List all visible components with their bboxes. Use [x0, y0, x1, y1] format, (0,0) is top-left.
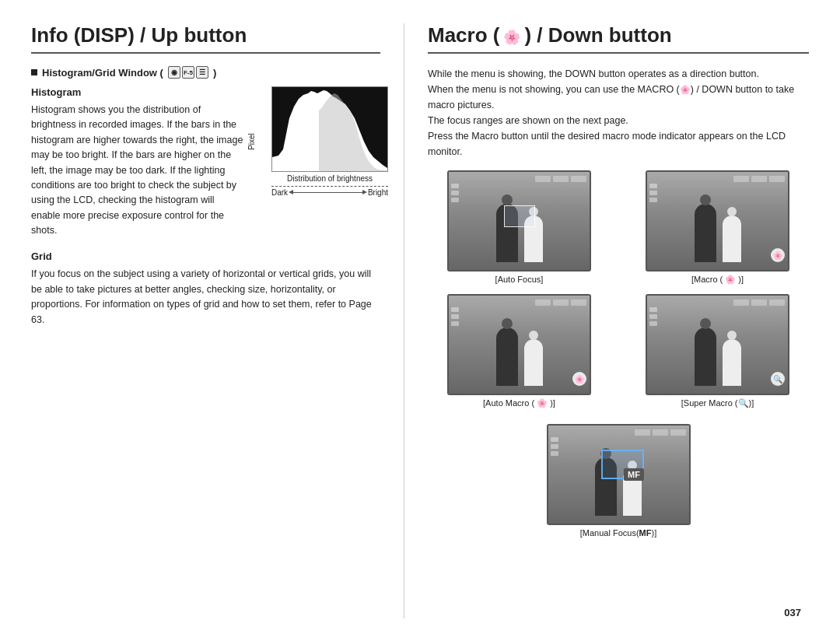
para1: While the menu is showing, the DOWN butt… — [428, 66, 809, 82]
couple-silhouette-3: 🌸 — [449, 296, 590, 394]
histogram-wrapper: Pixel Distribution — [271, 86, 380, 197]
macro-image-macro: 🌸 [Macro ( 🌸 )] — [626, 170, 809, 285]
figure-tall-2 — [695, 204, 716, 262]
macro-image-auto-macro: 🌸 [Auto Macro ( 🌸 )] — [428, 294, 611, 408]
super-macro-badge: 🔍 — [771, 372, 785, 386]
auto-macro-badge: 🌸 — [572, 372, 586, 386]
macro-images-grid: [Auto Focus] — [428, 170, 809, 408]
histogram-svg — [272, 87, 387, 171]
camera-screen-auto-macro: 🌸 — [447, 294, 591, 395]
left-column: Info (DISP) / Up button Histogram/Grid W… — [31, 23, 404, 618]
cam-left-icon-2 — [451, 191, 459, 195]
cam-left-icons-1 — [451, 184, 459, 202]
figure-short-3 — [524, 339, 543, 386]
cam-left-icon-13 — [551, 437, 558, 442]
cam-left-icon-12 — [649, 321, 657, 326]
para4: Press the Macro button until the desired… — [428, 128, 809, 159]
dashed-line — [271, 186, 388, 187]
para3: The focus ranges are shown on the next p… — [428, 113, 809, 128]
indicator-15 — [670, 429, 686, 436]
bullet-icon — [31, 69, 37, 75]
indicator-10 — [733, 299, 749, 306]
distribution-label: Distribution of brightness — [271, 174, 388, 183]
cam-left-icon-11 — [649, 314, 657, 319]
right-body: While the menu is showing, the DOWN butt… — [428, 66, 809, 159]
caption-auto-macro: [Auto Macro ( 🌸 )] — [483, 398, 555, 408]
indicator-12 — [769, 299, 785, 306]
cam-left-icons-4 — [649, 307, 657, 326]
figure-tall-3 — [496, 328, 518, 386]
camera-screen-macro: 🌸 — [646, 170, 789, 271]
indicator-2 — [553, 176, 569, 182]
figure-short-2 — [723, 215, 741, 262]
cam-left-icons-3 — [451, 307, 459, 326]
indicator-7 — [535, 299, 551, 306]
cam-left-icon-10 — [649, 307, 657, 312]
grid-heading: Grid — [31, 250, 380, 262]
histogram-heading: Histogram — [31, 86, 243, 98]
indicator-13 — [635, 429, 650, 436]
camera-screen-manual-focus: MF — [547, 424, 691, 525]
subsection-header: Histogram/Grid Window ( ◉ F-5 ☰ ) — [31, 66, 380, 79]
indicator-14 — [653, 429, 668, 436]
dark-label: Dark — [271, 188, 288, 197]
cam-left-icons-2 — [649, 184, 657, 202]
macro-image-manual-focus: MF [Manual Focus(MF)] — [547, 416, 691, 538]
histogram-section: Histogram Histogram shows you the distri… — [31, 86, 380, 238]
icon-menu: ☰ — [196, 66, 208, 79]
cam-left-icon-7 — [451, 307, 459, 312]
cam-left-icon-4 — [649, 184, 657, 188]
bright-label: Bright — [368, 188, 388, 197]
cam-left-icon-6 — [649, 198, 657, 202]
indicator-5 — [751, 176, 767, 182]
subsection-close-paren: ) — [213, 67, 216, 79]
left-section-title: Info (DISP) / Up button — [31, 23, 380, 54]
icon-f5: F-5 — [182, 66, 194, 79]
camera-screen-super-macro: 🔍 — [646, 294, 789, 395]
macro-badge: 🌸 — [771, 248, 785, 262]
cam-top-bar-3 — [449, 298, 590, 307]
grid-section: Grid If you focus on the subject using a… — [31, 250, 380, 328]
right-column: Macro ( 🌸 ) / Down button While the menu… — [404, 23, 809, 618]
couple-figure-4 — [695, 328, 741, 386]
arrow-line — [291, 192, 365, 193]
macro-image-auto-focus: [Auto Focus] — [428, 170, 611, 285]
cam-left-icon-1 — [451, 184, 459, 188]
caption-auto-focus: [Auto Focus] — [495, 275, 544, 284]
indicator-3 — [571, 176, 586, 182]
couple-silhouette-4: 🔍 — [647, 296, 788, 394]
distribution-arrow: Dark Bright — [271, 188, 388, 197]
cam-top-bar-5 — [548, 428, 689, 437]
para2: When the menu is not showing, you can us… — [428, 82, 809, 113]
indicator-4 — [733, 176, 749, 182]
indicator-9 — [571, 299, 586, 306]
cam-left-icon-5 — [649, 191, 657, 195]
caption-macro: [Macro ( 🌸 )] — [691, 275, 744, 285]
couple-figure-3 — [496, 328, 543, 386]
histogram-body: Histogram shows you the distribution of … — [31, 103, 243, 238]
figure-short-4 — [723, 339, 741, 386]
subsection-label: Histogram/Grid Window ( — [42, 67, 163, 79]
grid-body: If you focus on the subject using a vari… — [31, 267, 380, 328]
histogram-icons: ◉ F-5 ☰ — [168, 66, 208, 79]
page-number: 037 — [784, 607, 801, 618]
right-section-title: Macro ( 🌸 ) / Down button — [428, 23, 809, 54]
focus-rect-1 — [504, 205, 535, 227]
page: Info (DISP) / Up button Histogram/Grid W… — [0, 0, 840, 634]
couple-silhouette-1 — [449, 172, 590, 270]
cam-left-icon-8 — [451, 314, 459, 319]
indicator-11 — [751, 299, 767, 306]
cam-left-icon-14 — [551, 444, 558, 449]
caption-manual-focus: [Manual Focus(MF)] — [580, 528, 656, 538]
couple-figure-2 — [695, 204, 741, 262]
couple-silhouette-2: 🌸 — [647, 172, 788, 270]
histogram-text: Histogram Histogram shows you the distri… — [31, 86, 243, 238]
icon-disp: ◉ — [168, 66, 180, 79]
macro-image-super-macro: 🔍 [Super Macro (🔍)] — [626, 294, 809, 408]
couple-silhouette-5: MF — [548, 426, 689, 524]
indicator-6 — [769, 176, 785, 182]
cam-left-icon-3 — [451, 198, 459, 202]
indicator-8 — [553, 299, 569, 306]
mf-badge: MF — [624, 468, 644, 481]
indicator-1 — [535, 176, 551, 182]
